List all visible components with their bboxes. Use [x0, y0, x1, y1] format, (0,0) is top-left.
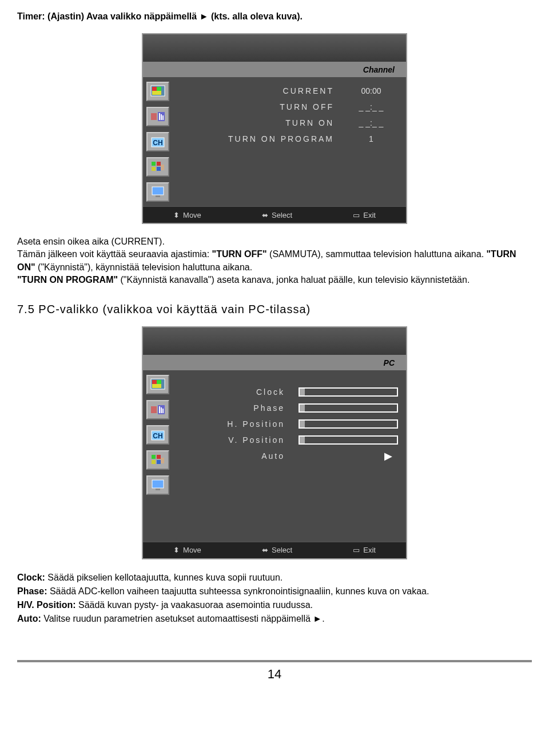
def-term: H/V. Position:	[17, 600, 76, 610]
footer-move: ⬍Move	[173, 211, 201, 219]
pc-icon[interactable]	[146, 182, 169, 202]
svg-rect-22	[151, 406, 157, 413]
page-number: 14	[17, 667, 532, 682]
menu-row-turnon-program[interactable]: TURN ON PROGRAM 1	[189, 131, 397, 147]
row-value: _ _:_ _	[345, 118, 397, 127]
panel-footer: ⬍Move ⬌Select ▭Exit	[143, 542, 406, 558]
row-label: CURRENT	[189, 86, 345, 95]
leftright-icon: ⬌	[262, 211, 268, 219]
svg-rect-16	[152, 187, 164, 195]
channel-icon[interactable]: CH	[146, 425, 169, 445]
slider-vposition[interactable]	[299, 435, 398, 445]
footer-exit: ▭Exit	[353, 546, 376, 554]
sound-icon[interactable]	[146, 400, 169, 419]
para-text: (SAMMUTA), sammuttaa television haluttun…	[269, 249, 486, 259]
menu-row-turnon[interactable]: TURN ON _ _:_ _	[189, 115, 397, 131]
svg-rect-32	[157, 460, 161, 464]
svg-rect-8	[162, 115, 164, 120]
pc-icon[interactable]	[146, 475, 169, 495]
arrow-right-icon: ▶	[384, 450, 392, 462]
svg-rect-30	[157, 455, 161, 459]
timer-text: : (Ajastin) Avaa valikko näppäimellä ► (…	[42, 11, 303, 21]
panel-gradient-top	[143, 34, 406, 62]
def-text: Valitse ruudun parametrien asetukset aut…	[41, 614, 325, 623]
svg-rect-24	[159, 406, 160, 413]
timer-heading: Timer: (Ajastin) Avaa valikko näppäimell…	[17, 11, 532, 22]
side-icons: CH	[143, 77, 180, 206]
para-bold: "TURN ON PROGRAM"	[17, 275, 118, 285]
svg-rect-6	[159, 113, 160, 120]
svg-rect-7	[161, 114, 162, 120]
svg-rect-11	[152, 162, 156, 166]
para-text: ("Käynnistä"), käynnistää television hal…	[38, 262, 252, 272]
svg-rect-15	[161, 165, 164, 170]
menu-row-hposition[interactable]: H. Position	[182, 416, 398, 432]
updown-icon: ⬍	[173, 211, 180, 219]
osd-panel-channel: Channel CH CURRENT 00:00	[142, 33, 407, 224]
slider-clock[interactable]	[299, 387, 398, 397]
setup-icon[interactable]	[146, 450, 169, 470]
timer-label: Timer	[17, 11, 42, 21]
svg-rect-14	[157, 167, 161, 171]
paragraph-1: Aseta ensin oikea aika (CURRENT). Tämän …	[17, 235, 532, 287]
footer-move: ⬍Move	[173, 546, 201, 554]
panel-gradient-top	[143, 327, 406, 355]
svg-rect-2	[157, 87, 161, 91]
row-label: TURN OFF	[189, 102, 345, 111]
menu-icon: ▭	[353, 211, 360, 219]
osd-panel-pc: PC CH Clock	[142, 326, 407, 559]
menu-row-vposition[interactable]: V. Position	[182, 432, 398, 448]
def-text: Säädä pikselien kellotaajuutta, kunnes k…	[45, 573, 283, 582]
row-label: H. Position	[182, 419, 299, 429]
row-value: _ _:_ _	[345, 102, 397, 111]
sound-icon[interactable]	[146, 107, 169, 126]
menu-row-phase[interactable]: Phase	[182, 400, 398, 416]
picture-icon[interactable]	[146, 375, 169, 394]
svg-rect-29	[152, 455, 156, 459]
svg-rect-35	[156, 489, 160, 490]
definitions: Clock: Säädä pikselien kellotaajuutta, k…	[17, 571, 532, 626]
row-label: TURN ON	[189, 118, 345, 127]
row-label: Auto	[182, 451, 299, 461]
slider-phase[interactable]	[299, 403, 398, 413]
def-term: Clock:	[17, 573, 45, 582]
setup-icon[interactable]	[146, 157, 169, 177]
menu-row-clock[interactable]: Clock	[182, 384, 398, 400]
row-label: Clock	[182, 387, 299, 397]
svg-rect-12	[157, 162, 161, 166]
footer-select: ⬌Select	[262, 546, 292, 554]
updown-icon: ⬍	[173, 546, 180, 554]
row-value: 1	[345, 134, 397, 143]
picture-icon[interactable]	[146, 82, 169, 101]
row-label: Phase	[182, 403, 299, 413]
divider	[17, 660, 532, 662]
para-text: Tämän jälkeen voit käyttää seuraavia aja…	[17, 249, 212, 259]
side-icons: CH	[143, 370, 173, 542]
svg-rect-20	[157, 380, 161, 384]
menu-row-current[interactable]: CURRENT 00:00	[189, 83, 397, 99]
menu-content: CURRENT 00:00 TURN OFF _ _:_ _ TURN ON _…	[180, 77, 406, 206]
panel-title-bar: Channel	[143, 62, 406, 77]
svg-rect-4	[151, 113, 157, 120]
row-value: 00:00	[345, 86, 397, 95]
svg-rect-34	[152, 480, 164, 488]
svg-text:CH: CH	[153, 139, 162, 147]
svg-text:CH: CH	[153, 432, 162, 440]
menu-row-turnoff[interactable]: TURN OFF _ _:_ _	[189, 99, 397, 115]
svg-rect-31	[152, 460, 156, 464]
svg-rect-21	[152, 384, 161, 388]
channel-icon[interactable]: CH	[146, 132, 169, 151]
def-text: Säädä kuvan pysty- ja vaakasuoraa asemoi…	[76, 600, 313, 610]
slider-hposition[interactable]	[299, 419, 398, 429]
section-heading: 7.5 PC-valikko (valikkoa voi käyttää vai…	[17, 303, 532, 316]
row-label: V. Position	[182, 435, 299, 445]
def-text: Säädä ADC-kellon vaiheen taajuutta suhte…	[47, 586, 429, 596]
para-text: Aseta ensin oikea aika (CURRENT).	[17, 237, 165, 246]
panel-title: Channel	[363, 65, 395, 74]
leftright-icon: ⬌	[262, 546, 268, 554]
def-term: Auto:	[17, 614, 41, 623]
menu-row-auto[interactable]: Auto ▶	[182, 448, 398, 464]
menu-content: Clock Phase H. Position V. Position Auto…	[173, 370, 407, 542]
panel-title-bar: PC	[143, 355, 406, 370]
svg-rect-25	[161, 407, 162, 413]
